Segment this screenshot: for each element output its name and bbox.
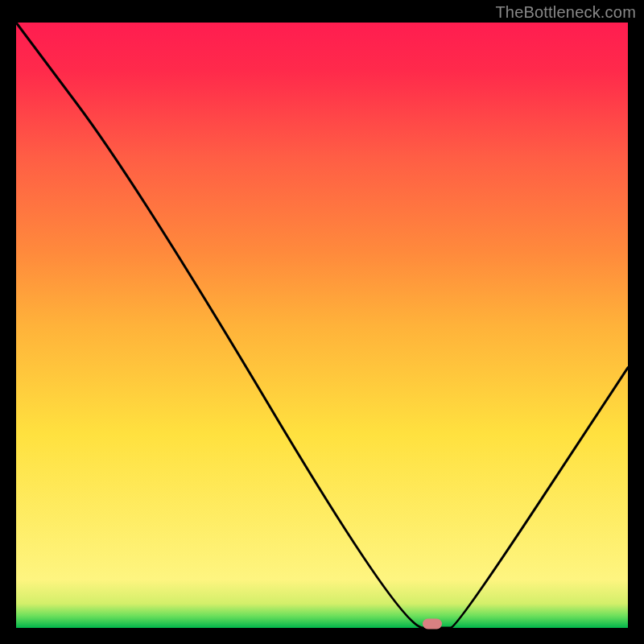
watermark-text: TheBottleneck.com	[495, 3, 636, 22]
chart-frame: TheBottleneck.com	[0, 0, 644, 644]
plot-area	[16, 23, 628, 628]
bottleneck-curve	[16, 23, 628, 628]
optimum-marker	[423, 619, 442, 630]
